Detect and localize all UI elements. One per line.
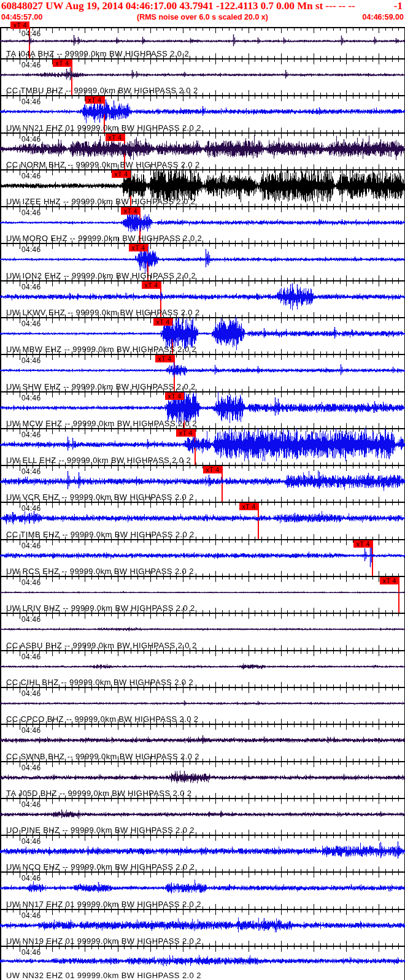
seismogram-plot: 04:46xT 4TA I04A BHZ -- 99999.0km BW HIG…: [0, 0, 405, 980]
station-label: TA I04A BHZ -- 99999.0km BW HIGHPASS 2.0…: [6, 49, 189, 58]
minute-label: 04:46: [21, 431, 41, 439]
minute-label: 04:46: [21, 209, 41, 217]
station-label: CC CPCO BHZ -- 99999.0km BW HIGHPASS 2.0…: [6, 714, 198, 724]
seismogram-page: { "header": { "event_line": "60848027 UW…: [0, 0, 405, 980]
pick-flag: xT 4: [353, 540, 372, 548]
station-label: UW NCO EHZ -- 99999.0km BW HIGHPASS 2.0 …: [6, 862, 195, 871]
minute-label: 04:46: [21, 615, 41, 624]
minute-label: 04:46: [21, 283, 41, 291]
station-label: UW NN19 EHZ 01 99999.0km BW HIGHPASS 2.0…: [6, 936, 201, 946]
pick-flag: xT 4: [129, 244, 148, 251]
minute-label: 04:46: [21, 320, 41, 328]
station-label: UO PINE BHZ -- 99999.0km BW HIGHPASS 2.0…: [6, 825, 195, 835]
minute-label: 04:46: [21, 689, 41, 698]
minute-label: 04:46: [21, 135, 41, 144]
minute-label: 04:46: [21, 542, 41, 550]
minute-label: 04:46: [21, 29, 41, 38]
pick-flag: xT 4: [380, 577, 399, 584]
station-label: UW LRIV BHZ -- 99999.0km BW HIGHPASS 2.0…: [6, 603, 195, 613]
minute-label: 04:46: [21, 837, 41, 846]
minute-label: 04:46: [21, 98, 41, 106]
pick-flag: xT 4: [112, 170, 131, 178]
minute-label: 04:46: [21, 61, 41, 69]
scaling-note: (RMS noise over 6.0 s scaled 20.0 x): [0, 13, 405, 21]
station-label: TA J05D BHZ -- 99999.0km BW HIGHPASS 2.0…: [6, 789, 191, 798]
event-summary-tail: -1: [394, 0, 403, 12]
station-label: UW VCR EHZ -- 99999.0km BW HIGHPASS 2.0 …: [6, 492, 194, 502]
station-label: UW IZEE HHZ -- 99999.0km BW HIGHPASS 2.0…: [6, 197, 195, 206]
plot-header: 60848027 UW Aug 19, 2014 04:46:17.00 43.…: [0, 0, 405, 27]
station-label: UW NN17 EHZ 01 99999.0km BW HIGHPASS 2.0…: [6, 900, 201, 909]
minute-label: 04:46: [21, 504, 41, 513]
station-label: UW RCS EHZ -- 99999.0km BW HIGHPASS 2.0 …: [6, 567, 194, 576]
station-label: UW NN32 EHZ 01 99999.0km BW HIGHPASS 2.0…: [6, 971, 201, 980]
station-label: CC CIHL BHZ -- 99999.0km BW HIGHPASS 2.0…: [6, 678, 193, 687]
pick-flag: xT 4: [165, 392, 184, 400]
station-label: UW SHW EHZ -- 99999.0km BW HIGHPASS 2.0 …: [6, 382, 196, 391]
pick-flag: xT 4: [153, 318, 172, 326]
station-label: UW ION2 EHZ -- 99999.0km BW HIGHPASS 2.0…: [6, 271, 196, 280]
event-summary-line: 60848027 UW Aug 19, 2014 04:46:17.00 43.…: [1, 0, 404, 12]
minute-label: 04:46: [21, 653, 41, 661]
station-label: CC ASBU BHZ -- 99999.0km BW HIGHPASS 2.0…: [6, 641, 197, 650]
minute-label: 04:46: [21, 948, 41, 957]
station-label: CC TMBU BHZ -- 99999.0km BW HIGHPASS 2.0…: [6, 86, 198, 95]
minute-label: 04:46: [21, 764, 41, 772]
station-label: UW MORO EHZ -- 99999.0km BW HIGHPASS 2.0…: [6, 234, 202, 243]
pick-flag: xT 4: [106, 134, 125, 141]
minute-label: 04:46: [21, 356, 41, 365]
station-label: UW LKWV EHZ -- 99999.0km BW HIGHPASS 2.0…: [6, 308, 200, 317]
station-label: CC TIMB EHZ -- 99999.0km BW HIGHPASS 2.0…: [6, 530, 195, 539]
minute-label: 04:46: [21, 394, 41, 402]
pick-flag: xT 4: [85, 96, 104, 104]
station-label: UW MCW EHZ -- 99999.0km BW HIGHPASS 2.0 …: [6, 419, 197, 428]
pick-flag: xT 4: [142, 281, 161, 289]
station-label: CC NORM BHZ -- 99999.0km BW HIGHPASS 2.0…: [6, 160, 200, 169]
station-label: UW NN21 EHZ 01 99999.0km BW HIGHPASS 2.0…: [6, 123, 201, 132]
minute-label: 04:46: [21, 874, 41, 882]
pick-flag: xT 4: [239, 503, 258, 510]
minute-label: 04:46: [21, 800, 41, 809]
station-label: UW ELL EHZ -- 99999.0km BW HIGHPASS 2.0 …: [6, 456, 191, 465]
minute-label: 04:46: [21, 245, 41, 254]
pick-flag: xT 4: [176, 429, 195, 437]
pick-flag: xT 4: [203, 466, 222, 473]
window-end-time: 04:46:59.00: [363, 13, 404, 21]
minute-label: 04:46: [21, 578, 41, 587]
station-label: UW MBW EHZ -- 99999.0km BW HIGHPASS 2.0 …: [6, 345, 196, 354]
pick-flag: xT 4: [53, 59, 72, 67]
minute-label: 04:46: [21, 467, 41, 476]
pick-flag: xT 4: [155, 355, 174, 362]
minute-label: 04:46: [21, 911, 41, 920]
station-label: CC SWNB BHZ -- 99999.0km BW HIGHPASS 2.0…: [6, 752, 199, 761]
pick-flag: xT 4: [121, 207, 140, 215]
minute-label: 04:46: [21, 172, 41, 180]
minute-label: 04:46: [21, 726, 41, 735]
pick-flag: xT 4: [10, 21, 29, 29]
